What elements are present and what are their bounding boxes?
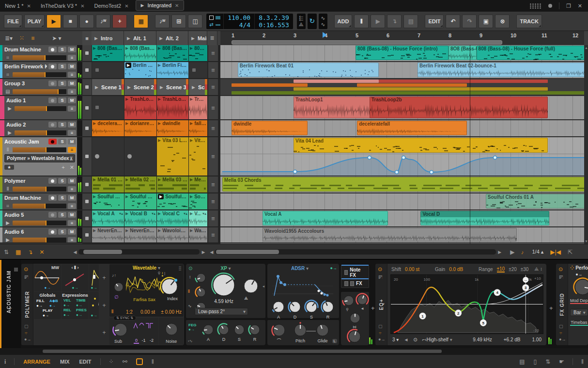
clip-slot[interactable]: ▶Berlin Fire... — [157, 62, 189, 78]
device-panel-scrollbar[interactable] — [0, 348, 588, 354]
add-modulator-button[interactable]: + — [99, 264, 109, 291]
time-signature[interactable]: 4/4 — [239, 21, 250, 29]
launcher-clip[interactable]: ▶Soulf — [189, 193, 207, 209]
launcher-scroll-left[interactable]: ◀ — [74, 250, 77, 255]
arranger-track-lane[interactable]: dwindledeceleratefall — [220, 120, 584, 137]
grid-value[interactable]: 1/4 ▴ — [532, 249, 543, 255]
clip-play-icon[interactable]: ▶ — [190, 177, 193, 182]
record-arm-button[interactable] — [48, 139, 57, 144]
modulation-icon[interactable]: ●→ — [378, 337, 385, 342]
preset-grid-icon[interactable]: ⁘ — [378, 331, 382, 336]
track-list-menu-icon[interactable]: ≣▾ — [5, 35, 13, 42]
sub-scenes-icon[interactable]: ≣ — [208, 79, 218, 95]
launcher-scrollbar[interactable] — [78, 249, 200, 255]
clip-stop-button[interactable] — [82, 79, 92, 95]
track-name[interactable]: Audio 5 — [4, 212, 47, 218]
track-header[interactable]: Audio 6SM▶≡ — [0, 227, 82, 243]
device-power-icon[interactable]: ⊙ — [558, 266, 563, 272]
volume-slider[interactable] — [13, 238, 66, 242]
tempo-display[interactable]: 110.00 4/4 — [223, 14, 254, 29]
clip-slot[interactable]: ▶808 (Bass-... — [92, 45, 124, 61]
clip-play-icon[interactable]: ▶ — [93, 211, 96, 216]
arranger-clip[interactable]: Mella 03 Chords — [222, 177, 584, 192]
mod-random[interactable]: ●→ — [89, 292, 99, 319]
clip-slot[interactable]: ▶808 (Bass-... — [124, 45, 157, 61]
clip-slot[interactable]: ▶Vita 0 — [189, 137, 208, 176]
launcher-clip[interactable]: ▶Vocal A▾▴ — [92, 210, 124, 226]
clip-play-icon[interactable]: ▶ — [158, 63, 161, 67]
clip-slot[interactable]: ▶Mella 03 C... — [157, 176, 189, 192]
empty-slot-stop[interactable] — [95, 68, 99, 72]
browser-panel-icon[interactable]: ▤ — [519, 358, 525, 365]
arranger-clip[interactable]: Berlin Firework Beat 02-bounce-1 — [418, 63, 584, 77]
volume-slider[interactable] — [13, 187, 66, 192]
track-name[interactable]: Polymer — [4, 178, 47, 184]
eq-zoom-icons[interactable]: ⟁ ↕ — [534, 266, 542, 272]
keytrack-icon[interactable]: ⫴ — [111, 309, 113, 315]
clip-slot[interactable]: ▶TrashLoop1 — [124, 96, 157, 119]
band-gain[interactable]: +6.2 dB — [504, 337, 521, 342]
track-menu-button[interactable]: TRACK — [516, 15, 542, 28]
volume-slider[interactable] — [13, 221, 66, 225]
clip-slot[interactable]: ▶Vocal▾▴ — [189, 210, 208, 226]
clip-slot[interactable]: ▶NeverEngin... — [124, 227, 157, 242]
automation-visible-icon[interactable]: 𝆔 — [521, 249, 523, 256]
info-icon[interactable]: i — [4, 358, 6, 366]
launcher-clip[interactable]: ▶dorianredu... — [124, 120, 156, 136]
onscreen-keyboard-icon[interactable]: ⫴ — [581, 358, 584, 365]
clip-slot[interactable]: ▶Trash — [189, 96, 208, 119]
clip-slot[interactable]: ▶Wavo — [189, 227, 208, 242]
clip-play-icon[interactable]: ▶ — [125, 211, 128, 216]
clip-play-icon[interactable]: ▶ — [93, 194, 96, 199]
clip-slot[interactable]: ▶Vocal A▾▴ — [92, 210, 124, 226]
arranger-track-lane[interactable]: Vocal AVocal D — [220, 210, 584, 227]
volume-slider[interactable] — [13, 55, 66, 60]
project-tab[interactable]: ▶Integrated✕ — [136, 0, 185, 11]
arranger-clip[interactable]: Berlin Firework Beat 01 — [238, 63, 379, 77]
track-header[interactable]: Drum MachineSM⌗≡ — [0, 193, 82, 210]
launcher-clip[interactable]: ▶dwindle — [157, 120, 188, 136]
fx-button[interactable]: FX — [341, 278, 369, 288]
clip-slot[interactable] — [189, 62, 208, 78]
device-name-vertical[interactable]: FX GRID — [559, 293, 565, 316]
add-menu-button[interactable]: ADD — [334, 15, 353, 28]
scene-play-icon[interactable]: ▶ — [160, 85, 163, 90]
mod-expressions[interactable]: Expressions VEL●→ TIMB●→ REL●→ PRES●→ — [62, 292, 89, 319]
launcher-clip[interactable]: ▶Trash — [189, 96, 207, 119]
add-effect-track-button[interactable]: ↴ — [387, 15, 402, 28]
band-freq[interactable]: 9.49 kHz — [473, 337, 492, 342]
track-header[interactable]: Audio 5SM▶≡ — [0, 210, 82, 227]
clip-slot[interactable]: ▶Soulful Cho... — [92, 193, 124, 209]
record-slot-dot[interactable] — [95, 154, 99, 159]
clip-play-icon[interactable]: ▶ — [190, 46, 193, 50]
clip-slot[interactable]: ▶fallon — [189, 120, 208, 136]
play-button[interactable]: ▶ — [46, 15, 61, 28]
sh극ift-value[interactable]: 0.00 st — [405, 267, 419, 272]
launcher-clip[interactable]: ▶Soulful Cho... — [124, 193, 156, 209]
fx-grid-page[interactable]: ⁘ Perfo — [568, 264, 588, 272]
empty-slot-stop[interactable] — [192, 68, 196, 72]
clip-play-icon[interactable]: ▶ — [125, 228, 128, 233]
clip-play-icon[interactable]: ▶ — [158, 46, 161, 50]
clip-slot[interactable]: ▶TrashLoop2b — [157, 96, 189, 119]
groove-button[interactable]: ▦ — [134, 15, 148, 28]
return-to-arrangement-icon[interactable]: ↴ — [28, 249, 32, 256]
launcher-clip[interactable]: ▶Berlin Fire... — [157, 62, 188, 78]
clip-play-icon[interactable]: ▶ — [158, 211, 161, 216]
unison-icons[interactable]: ⚲ ≀ | — [158, 271, 165, 275]
stop-button[interactable]: ■ — [63, 15, 77, 28]
record-arm-button[interactable] — [48, 229, 57, 235]
add-button[interactable]: + — [62, 164, 64, 170]
track-menu-button[interactable]: ≡ — [68, 106, 76, 112]
clip-play-icon[interactable]: ▶ — [93, 46, 96, 50]
launcher-clip[interactable]: ▶NeverEngin... — [92, 227, 124, 242]
band-count-dropdown[interactable]: 3 ▾ — [392, 337, 399, 342]
launcher-clip[interactable]: ▶Vocal▾▴ — [189, 210, 207, 226]
launcher-clip[interactable]: ▶Soulful Cho... — [92, 193, 124, 209]
dual-display-icon[interactable]: ⁘ — [109, 358, 114, 365]
clip-stop-button[interactable] — [82, 227, 92, 242]
osc-detune-st[interactable]: 0.00 st — [140, 309, 155, 315]
inspector-panel-icon[interactable]: ▯ — [534, 358, 537, 365]
modulation-icon[interactable]: ●→ — [559, 337, 566, 342]
project-tab[interactable]: DemoTest2✕ — [90, 0, 134, 12]
